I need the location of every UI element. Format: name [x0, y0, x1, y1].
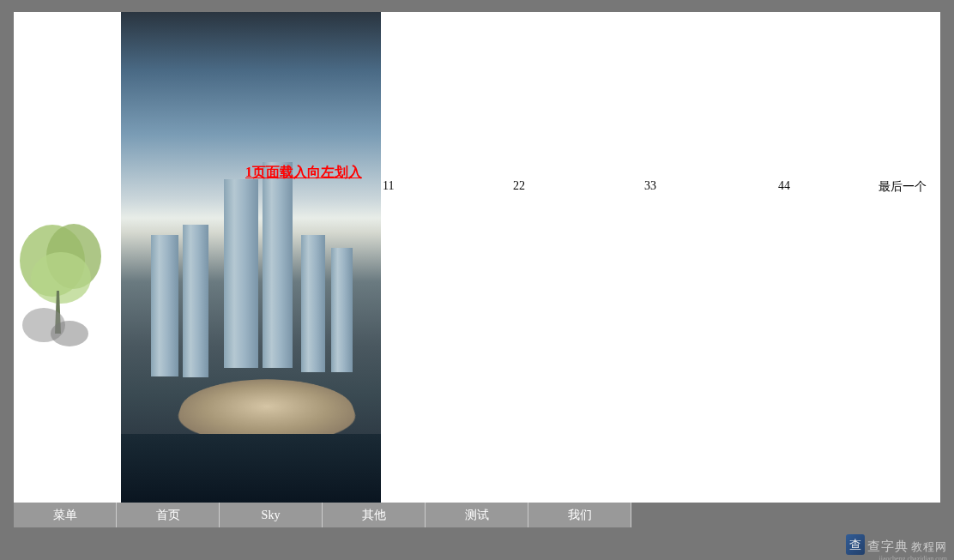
watermark-url: jiaocheng.chazidian.com: [879, 555, 947, 560]
watermark-brand: 查字典: [867, 539, 909, 555]
slide-label-4: 44: [778, 179, 790, 193]
nav-item-sky[interactable]: Sky: [220, 503, 323, 527]
watermark-suffix: 教程网: [911, 539, 947, 555]
slide-caption: 1页面载入向左划入: [245, 164, 362, 182]
svg-point-2: [31, 252, 91, 304]
content-area: 1页面载入向左划入 11 22 33 44 最后一个: [14, 12, 940, 503]
bottom-nav: 菜单 首页 Sky 其他 测试 我们: [14, 503, 631, 527]
hero-image: [121, 12, 381, 503]
slide-label-1: 11: [383, 179, 394, 193]
slide-label-2: 22: [513, 179, 525, 193]
nav-item-us[interactable]: 我们: [528, 503, 631, 527]
nav-item-home[interactable]: 首页: [117, 503, 220, 527]
slide-label-3: 33: [644, 179, 656, 193]
watermark-logo-icon: [846, 534, 865, 555]
svg-point-4: [51, 321, 88, 346]
slide-label-last: 最后一个: [879, 179, 927, 195]
nav-item-test[interactable]: 测试: [426, 503, 528, 527]
nav-item-other[interactable]: 其他: [323, 503, 426, 527]
watermark: 查字典 教程网: [846, 534, 947, 555]
tree-decoration: [14, 218, 112, 355]
nav-item-menu[interactable]: 菜单: [14, 503, 117, 527]
